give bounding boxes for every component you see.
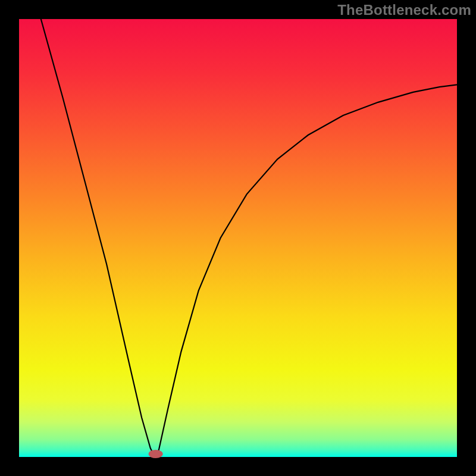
minimum-marker: [149, 450, 163, 458]
chart-frame: TheBottleneck.com: [0, 0, 476, 476]
plot-background: [19, 19, 457, 457]
bottleneck-chart: [0, 0, 476, 476]
watermark-text: TheBottleneck.com: [337, 2, 471, 18]
